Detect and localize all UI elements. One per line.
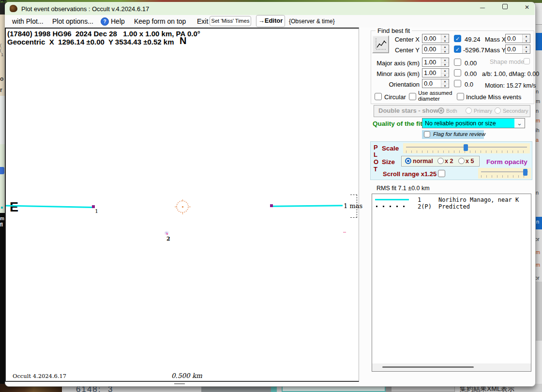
spin-down-icon: ▼ — [444, 40, 447, 43]
hscrollbar-thumb[interactable] — [382, 366, 474, 368]
scale-label: Scale — [382, 145, 399, 152]
mass-x-input[interactable] — [506, 34, 524, 43]
window-title: Plot event observations : Occult v.4.202… — [21, 5, 149, 13]
circle-tick-left — [175, 207, 177, 207]
center-x-down-button[interactable]: ▼ — [441, 39, 449, 43]
menu-with-plot[interactable]: with Plot... — [12, 17, 44, 25]
listbox-hscrollbar[interactable] — [372, 363, 531, 371]
left-frag-6: fl — [0, 222, 3, 227]
major-axis-down-button[interactable]: ▼ — [441, 62, 449, 67]
major-axis-fit-checkbox[interactable] — [454, 59, 461, 66]
spin-up-icon: ▲ — [525, 45, 528, 48]
mass-y-label: Mass Y — [485, 46, 506, 54]
size-normal-label: normal — [413, 158, 433, 165]
flag-review-checkbox[interactable] — [424, 131, 430, 137]
mas-scale-bracket — [350, 195, 357, 218]
scale-slider[interactable] — [403, 143, 530, 153]
spin-up-icon: ▲ — [444, 59, 447, 61]
center-x-input[interactable] — [422, 34, 442, 43]
major-axis-spin-buttons: ▲ ▼ — [441, 58, 449, 66]
quality-combobox[interactable]: No reliable position or size ⌄ — [422, 118, 525, 128]
menu-plot-options[interactable]: Plot options... — [52, 17, 93, 25]
use-assumed-checkbox[interactable] — [409, 93, 416, 100]
left-strip-green — [0, 144, 5, 213]
mass-y-input[interactable] — [506, 45, 524, 53]
minor-axis-spin-buttons: ▲ ▼ — [441, 69, 449, 77]
size-x5-radio[interactable] — [458, 158, 465, 164]
circle-tick-top — [182, 199, 183, 201]
menu-keep-on-top[interactable]: Keep form on top — [134, 17, 186, 25]
center-y-input[interactable] — [422, 45, 442, 53]
quality-label: Quality of the fit — [373, 120, 422, 127]
set-miss-times-label: Set 'Miss' Times — [211, 18, 250, 24]
major-axis-up-button[interactable]: ▲ — [441, 58, 449, 62]
minor-axis-up-button[interactable]: ▲ — [441, 69, 449, 73]
circle-tick-bottom — [182, 212, 183, 214]
minor-axis-fit-checkbox[interactable] — [454, 69, 461, 76]
mass-x-up-button[interactable]: ▲ — [523, 34, 530, 39]
major-axis-spinner: ▲ ▼ — [422, 58, 449, 67]
mass-y-down-button[interactable]: ▼ — [523, 49, 530, 54]
double-stars-both-label: Both — [446, 108, 457, 114]
minimize-button[interactable]: — — [475, 4, 490, 14]
right-frag-0: n — [536, 89, 539, 94]
major-axis-input[interactable] — [422, 58, 442, 66]
size-normal-radio[interactable] — [405, 158, 411, 164]
observations-listbox[interactable]: 1 Norihiro Manago, near K 2(P) Predicted — [372, 194, 531, 372]
size-x2-radio[interactable] — [437, 158, 444, 164]
right-frag-3: m — [536, 118, 540, 123]
include-miss-checkbox[interactable] — [457, 93, 464, 100]
right-frag-1: m — [536, 98, 540, 104]
editor-label: →Editor — [258, 17, 283, 24]
app-icon — [10, 5, 17, 12]
circle-tick-right — [189, 207, 191, 207]
right-frag-10: m — [536, 262, 540, 268]
set-miss-times-button[interactable]: Set 'Miss' Times — [210, 16, 251, 26]
small-pink-mark — [343, 232, 346, 233]
plot-letter-l: L — [374, 151, 377, 158]
orientation-fit-checkbox[interactable] — [454, 80, 461, 87]
mass-x-down-button[interactable]: ▼ — [523, 39, 530, 43]
spin-up-icon: ▲ — [525, 35, 528, 38]
center-x-fit-checkbox[interactable]: ✓ — [454, 35, 461, 42]
observation-row[interactable]: 1 Norihiro Manago, near K — [372, 196, 531, 203]
editor-button[interactable]: →Editor — [256, 15, 285, 27]
maximize-icon — [502, 4, 508, 9]
form-opacity-label: Form opacity — [486, 158, 527, 166]
center-y-spin-buttons: ▲ ▼ — [441, 45, 449, 53]
left-strip-blue-icon — [0, 167, 4, 174]
orientation-down-button[interactable]: ▼ — [441, 84, 449, 88]
orientation-up-button[interactable]: ▲ — [441, 79, 449, 84]
scale-slider-thumb[interactable] — [464, 144, 468, 151]
right-frag-7: n — [536, 219, 539, 225]
left-strip-dark-top — [0, 3, 5, 15]
quality-value: No reliable position or size — [425, 120, 496, 127]
quality-dropdown-zone[interactable]: ⌄ — [514, 119, 525, 128]
center-x-label: Center X — [385, 36, 420, 43]
center-x-up-button[interactable]: ▲ — [441, 34, 449, 39]
use-assumed-label: Use assumed diameter — [418, 90, 454, 102]
orientation-label: Orientation — [373, 81, 420, 88]
menu-exit[interactable]: Exit — [197, 17, 208, 25]
check-icon: ✓ — [455, 46, 460, 52]
mass-y-up-button[interactable]: ▲ — [523, 45, 530, 49]
minor-axis-input[interactable] — [422, 69, 442, 77]
km-scale-label: 0.500 km — [171, 372, 202, 379]
plot-header-line1: (17840) 1998 HG96 2024 Dec 28 1.00 x 1.0… — [7, 30, 200, 38]
orientation-input[interactable] — [422, 79, 442, 88]
center-x-spinner: ▲ ▼ — [422, 34, 449, 43]
form-opacity-slider-thumb[interactable] — [523, 169, 527, 176]
right-frag-2: n — [536, 108, 539, 114]
form-opacity-slider[interactable] — [478, 168, 531, 179]
maximize-button[interactable] — [497, 4, 512, 14]
minor-axis-down-button[interactable]: ▼ — [441, 73, 449, 77]
center-y-fit-checkbox[interactable]: ✓ — [454, 45, 461, 53]
close-button[interactable]: ✕ — [520, 4, 534, 14]
left-strip-cyan-dot — [1, 207, 3, 209]
center-y-down-button[interactable]: ▼ — [441, 49, 449, 54]
menu-help[interactable]: Help — [111, 17, 125, 25]
observation-row[interactable]: 2(P) Predicted — [372, 203, 531, 210]
scroll-range-checkbox[interactable] — [438, 170, 445, 177]
circular-checkbox[interactable] — [375, 93, 382, 100]
center-y-up-button[interactable]: ▲ — [441, 45, 449, 49]
